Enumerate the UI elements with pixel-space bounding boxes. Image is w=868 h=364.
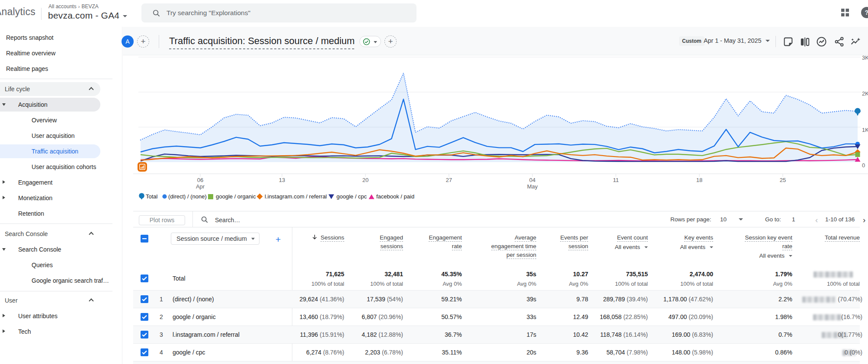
svg-text:04: 04 bbox=[529, 177, 535, 183]
svg-text:11: 11 bbox=[613, 177, 619, 183]
svg-text:1K: 1K bbox=[862, 127, 868, 133]
svg-text:3K: 3K bbox=[862, 55, 868, 61]
svg-text:06: 06 bbox=[197, 177, 203, 183]
svg-text:25: 25 bbox=[780, 177, 786, 183]
svg-text:13: 13 bbox=[279, 177, 285, 183]
svg-text:20: 20 bbox=[362, 177, 368, 183]
svg-text:18: 18 bbox=[696, 177, 702, 183]
svg-text:2K: 2K bbox=[862, 90, 868, 97]
svg-text:27: 27 bbox=[446, 177, 452, 183]
svg-text:May: May bbox=[527, 183, 538, 190]
svg-text:Apr: Apr bbox=[196, 183, 205, 190]
svg-text:0: 0 bbox=[862, 162, 865, 169]
